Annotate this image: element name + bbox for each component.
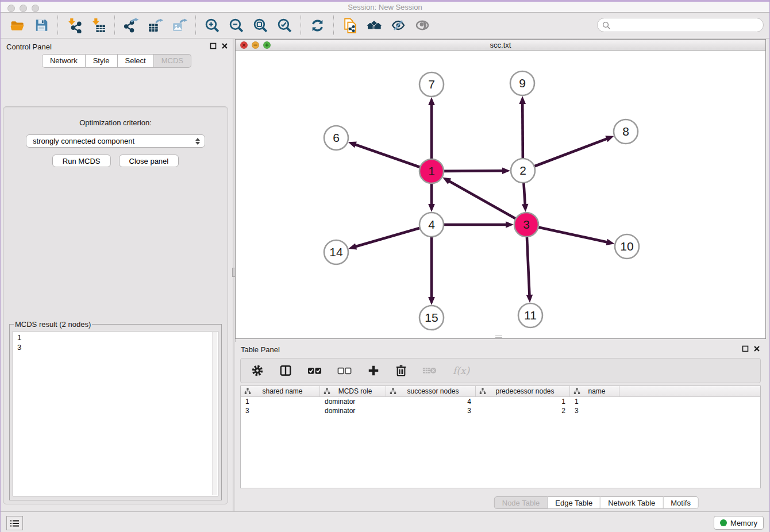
table-row[interactable]: 1dominator411 (241, 397, 760, 406)
optimization-criterion-dropdown[interactable]: strongly connected component (26, 134, 205, 148)
mcds-result-list[interactable]: 1 3 (13, 331, 218, 496)
graph-edge-2-9[interactable] (522, 103, 523, 160)
table-cell[interactable]: 3 (386, 406, 476, 415)
close-panel-button[interactable]: Close panel (119, 155, 179, 167)
memory-button[interactable]: Memory (714, 516, 764, 530)
graph-node-label: 4 (428, 218, 435, 231)
table-cell[interactable]: 1 (570, 397, 619, 406)
graph-edge-arrowhead (522, 204, 529, 212)
dropdown-value: strongly connected component (33, 137, 195, 145)
table-cell[interactable]: 4 (386, 397, 476, 406)
zoom-selected-glyph (277, 18, 292, 33)
tab-motifs[interactable]: Motifs (663, 496, 699, 509)
table-cell[interactable]: 3 (241, 406, 320, 415)
graph-edge-arrowhead (428, 297, 435, 305)
duplicate-network-glyph (342, 18, 358, 33)
export-network-icon[interactable] (119, 14, 143, 36)
hierarchy-icon (479, 388, 486, 395)
zoom-fit-icon[interactable] (248, 14, 272, 36)
table-cell[interactable]: 2 (476, 406, 570, 415)
graph-edge-3-1[interactable] (449, 181, 517, 219)
search-icon (602, 21, 610, 29)
run-mcds-button[interactable]: Run MCDS (52, 155, 111, 167)
deselect-all-icon[interactable] (337, 366, 352, 375)
tab-style[interactable]: Style (86, 54, 118, 68)
tab-node-table[interactable]: Node Table (494, 496, 548, 509)
network-resize-handle[interactable] (495, 336, 502, 338)
home-view-icon[interactable] (362, 14, 386, 36)
import-table-icon[interactable] (86, 14, 110, 36)
main-toolbar (1, 13, 769, 38)
duplicate-network-icon[interactable] (338, 14, 362, 36)
graph-node-label: 1 (428, 164, 435, 178)
graph-edge-4-14[interactable] (355, 228, 421, 246)
select-all-icon[interactable] (307, 366, 322, 375)
zoom-out-icon[interactable] (224, 14, 248, 36)
column-header-successor-nodes[interactable]: successor nodes (386, 386, 476, 396)
save-session-icon[interactable] (29, 14, 53, 36)
graph-edge-2-8[interactable] (533, 138, 607, 167)
refresh-icon[interactable] (305, 14, 329, 36)
graph-edge-1-2[interactable] (442, 171, 503, 171)
import-network-icon[interactable] (62, 14, 86, 36)
graph-edge-arrowhead (506, 221, 514, 228)
float-table-panel-icon[interactable] (742, 345, 749, 352)
graph-edge-arrowhead (526, 295, 533, 303)
table-cell[interactable]: dominator (320, 397, 386, 406)
zoom-in-icon[interactable] (200, 14, 224, 36)
search-input[interactable] (613, 21, 763, 29)
export-table-icon[interactable] (143, 14, 167, 36)
table-row[interactable]: 3dominator323 (241, 406, 760, 415)
graph-edge-arrowhead (605, 136, 614, 142)
tab-network-table[interactable]: Network Table (600, 496, 663, 509)
tab-mcds[interactable]: MCDS (154, 54, 191, 68)
network-canvas[interactable]: 7968124314101511 (236, 51, 765, 338)
optimization-criterion-label: Optimization criterion: (3, 118, 228, 127)
table-cell[interactable]: 3 (570, 406, 619, 415)
graph-edge-arrowhead (428, 97, 435, 105)
search-box[interactable] (597, 18, 764, 32)
tab-edge-table[interactable]: Edge Table (548, 496, 600, 509)
graph-edge-3-10[interactable] (537, 227, 608, 242)
import-network-glyph (67, 18, 82, 33)
task-history-button[interactable] (6, 516, 23, 530)
import-table-glyph (91, 18, 106, 33)
graph-edge-3-11[interactable] (527, 236, 530, 296)
table-cell[interactable]: 1 (241, 397, 320, 406)
zoom-selected-icon[interactable] (272, 14, 297, 36)
graph-node-label: 7 (428, 78, 435, 91)
graph-edge-arrowhead (502, 167, 510, 174)
graph-edge-arrowhead (428, 204, 435, 212)
column-header-MCDS-role[interactable]: MCDS role (320, 386, 386, 396)
open-file-icon[interactable] (5, 14, 29, 36)
close-panel-icon[interactable] (221, 43, 228, 49)
settings-gear-icon[interactable] (251, 364, 264, 377)
graph-node-label: 2 (519, 164, 526, 177)
delete-column-icon[interactable] (395, 364, 407, 377)
node-table[interactable]: shared nameMCDS rolesuccessor nodesprede… (240, 385, 761, 488)
export-image-glyph (172, 18, 187, 33)
show-eye-icon[interactable] (410, 14, 434, 36)
split-columns-icon[interactable] (279, 364, 292, 377)
graph-edge-arrowhead (348, 243, 357, 249)
column-header-label: predecessor nodes (486, 387, 569, 395)
column-header-predecessor-nodes[interactable]: predecessor nodes (476, 386, 570, 396)
hide-eye-icon[interactable] (386, 14, 410, 36)
graph-edge-1-6[interactable] (355, 144, 421, 168)
add-column-icon[interactable] (367, 364, 380, 377)
network-window-titlebar[interactable]: scc.txt (236, 40, 765, 51)
table-cell[interactable]: dominator (320, 406, 386, 415)
tab-select[interactable]: Select (118, 54, 154, 68)
float-panel-icon[interactable] (210, 43, 217, 49)
status-bar: Memory (1, 511, 769, 532)
result-scrollbar[interactable] (212, 332, 217, 495)
tab-network[interactable]: Network (42, 54, 86, 68)
export-image-icon[interactable] (167, 14, 191, 36)
column-header-shared-name[interactable]: shared name (241, 386, 320, 396)
column-header-name[interactable]: name (570, 386, 619, 396)
hierarchy-icon (324, 388, 330, 395)
graph-edge-2-3[interactable] (523, 182, 525, 205)
close-table-panel-icon[interactable] (753, 345, 760, 352)
table-cell[interactable]: 1 (476, 397, 570, 406)
table-toolbar: f(x) (240, 358, 761, 383)
